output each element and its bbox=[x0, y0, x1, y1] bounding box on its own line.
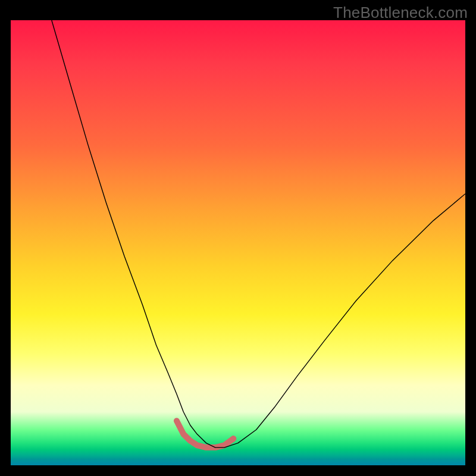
bottleneck-curve-thin bbox=[52, 20, 465, 447]
bottleneck-curve-thick-highlight bbox=[177, 421, 234, 447]
watermark-text: TheBottleneck.com bbox=[333, 4, 468, 22]
curve-overlay-svg bbox=[11, 20, 465, 465]
plot-area bbox=[11, 20, 465, 465]
chart-frame: TheBottleneck.com bbox=[0, 0, 476, 476]
